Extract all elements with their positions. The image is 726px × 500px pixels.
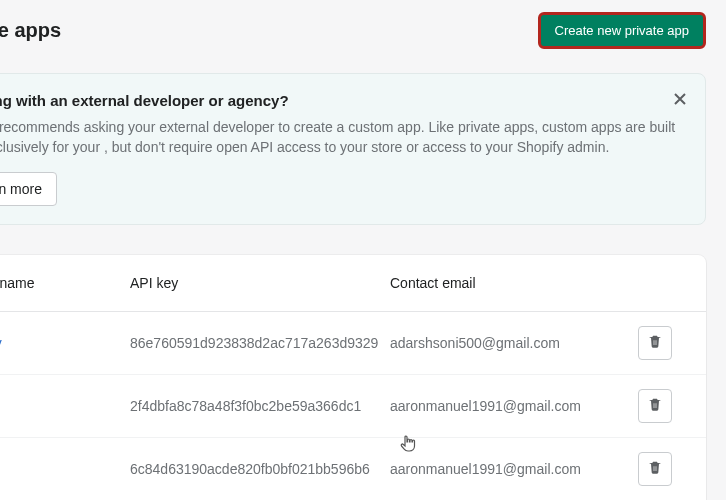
delete-button[interactable] (638, 452, 672, 486)
learn-more-button[interactable]: arn more (0, 172, 57, 206)
banner-body: ify recommends asking your external deve… (0, 117, 687, 158)
api-key-text: 6c84d63190acde820fb0bf021bb596b6 (130, 461, 390, 477)
trash-icon (647, 396, 663, 415)
banner-title: king with an external developer or agenc… (0, 92, 687, 109)
contact-email-text: aaronmanuel1991@gmail.com (390, 398, 610, 414)
col-api-key: API key (130, 275, 390, 291)
delete-button[interactable] (638, 326, 672, 360)
info-banner: king with an external developer or agenc… (0, 73, 706, 225)
apps-table: pp name API key Contact email oify 86e76… (0, 255, 706, 500)
api-key-text: 2f4dbfa8c78a48f3f0bc2be59a366dc1 (130, 398, 390, 414)
table-row: 6c84d63190acde820fb0bf021bb596b6 aaronma… (0, 438, 706, 500)
col-app-name: pp name (0, 275, 130, 291)
app-name-link[interactable]: oify (0, 335, 130, 351)
trash-icon (647, 333, 663, 352)
table-row: 2f4dbfa8c78a48f3f0bc2be59a366dc1 aaronma… (0, 375, 706, 438)
page-title: ate apps (0, 19, 61, 42)
contact-email-text: adarshsoni500@gmail.com (390, 335, 610, 351)
col-contact-email: Contact email (390, 275, 610, 291)
contact-email-text: aaronmanuel1991@gmail.com (390, 461, 610, 477)
create-private-app-button[interactable]: Create new private app (538, 12, 706, 49)
close-icon[interactable] (669, 88, 691, 110)
table-row: oify 86e760591d923838d2ac717a263d9329 ad… (0, 312, 706, 375)
api-key-text: 86e760591d923838d2ac717a263d9329 (130, 335, 390, 351)
trash-icon (647, 459, 663, 478)
delete-button[interactable] (638, 389, 672, 423)
table-header-row: pp name API key Contact email (0, 255, 706, 312)
